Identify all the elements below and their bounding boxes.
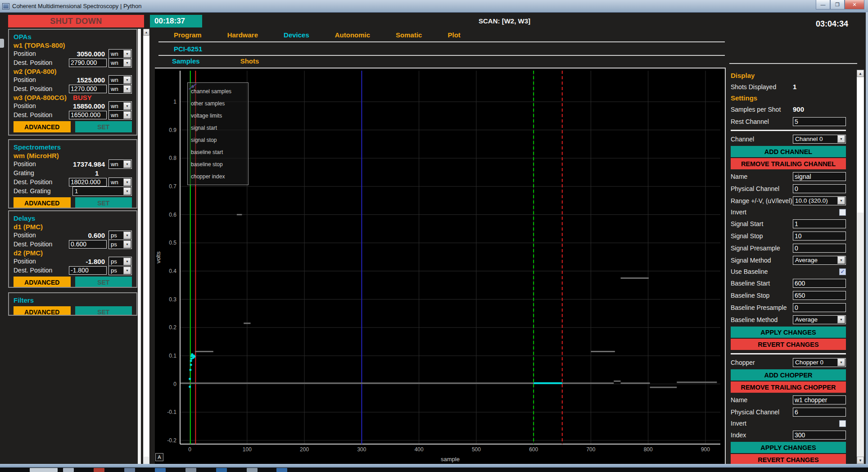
revert-changes-button[interactable]: REVERT CHANGES bbox=[731, 454, 846, 464]
scroll-up-icon[interactable]: ▲ bbox=[857, 70, 864, 77]
taskbar-item[interactable] bbox=[276, 468, 287, 472]
scrollbar-thumb[interactable] bbox=[144, 36, 149, 457]
subtab-shots[interactable]: Shots bbox=[240, 57, 259, 65]
signal-presample-input[interactable] bbox=[793, 244, 846, 253]
units-select[interactable]: wn▼ bbox=[108, 101, 132, 111]
units-select[interactable]: ps▼ bbox=[108, 231, 132, 240]
shutdown-button[interactable]: SHUT DOWN bbox=[8, 15, 144, 27]
samples-plot[interactable]: 0100200300400500600700800900-0.2-0.100.1… bbox=[155, 69, 725, 465]
units-select[interactable]: wn▼ bbox=[108, 110, 132, 120]
plot-legend[interactable]: channel samplesother samplesvoltage limi… bbox=[187, 82, 249, 185]
baseline-method-select[interactable]: Average▼ bbox=[793, 315, 846, 324]
close-button[interactable]: ✕ bbox=[845, 0, 864, 9]
taskbar-item[interactable] bbox=[94, 468, 104, 472]
physical-channel-input[interactable] bbox=[793, 408, 846, 417]
dest-position-input[interactable] bbox=[69, 111, 107, 119]
y-tick-label: 0.3 bbox=[169, 296, 176, 303]
signal-start-input[interactable] bbox=[793, 219, 846, 228]
scroll-up-icon[interactable]: ▲ bbox=[143, 29, 149, 36]
tab-pci-6251[interactable]: PCI-6251 bbox=[174, 45, 202, 53]
set-button[interactable]: SET bbox=[75, 306, 132, 316]
taskbar-item[interactable] bbox=[124, 468, 135, 472]
minimize-button[interactable]: — bbox=[816, 0, 830, 9]
invert-checkbox[interactable] bbox=[839, 209, 846, 216]
units-select[interactable]: wn▼ bbox=[108, 49, 132, 59]
channel-select[interactable]: Channel 0▼ bbox=[793, 135, 846, 144]
dest-position-input[interactable] bbox=[69, 178, 107, 186]
use baseline-checkbox[interactable]: ✓ bbox=[839, 268, 846, 275]
window-titlebar[interactable]: Coherent Multidimensional Spectroscopy |… bbox=[0, 0, 868, 13]
settings-header: Settings bbox=[731, 93, 846, 103]
chopper-select[interactable]: Chopper 0▼ bbox=[793, 358, 846, 367]
advanced-button[interactable]: ADVANCED bbox=[14, 306, 71, 316]
setting-label: Shots Displayed bbox=[731, 83, 793, 91]
set-button[interactable]: SET bbox=[75, 121, 132, 132]
baseline-stop-input[interactable] bbox=[793, 291, 846, 300]
signal-stop-input[interactable] bbox=[793, 231, 846, 241]
dest-position-input[interactable] bbox=[69, 59, 107, 67]
units-select[interactable]: ps▼ bbox=[108, 257, 132, 266]
apply-changes-button[interactable]: APPLY CHANGES bbox=[731, 327, 846, 338]
taskbar[interactable] bbox=[0, 467, 868, 472]
units-select[interactable]: wn▼ bbox=[108, 159, 132, 169]
subtab-samples[interactable]: Samples bbox=[172, 57, 200, 65]
nav-item-hardware[interactable]: Hardware bbox=[227, 31, 258, 41]
auto-range-button[interactable]: A bbox=[155, 453, 163, 461]
units-select-value: wn bbox=[109, 86, 123, 92]
name-input[interactable] bbox=[793, 172, 846, 181]
remove-trailing-channel-button[interactable]: REMOVE TRAILING CHANNEL bbox=[731, 158, 846, 169]
set-button[interactable]: SET bbox=[75, 197, 132, 209]
units-select-value: ps bbox=[109, 258, 123, 265]
nav-item-program[interactable]: Program bbox=[174, 31, 202, 41]
central-scrollbar[interactable]: ▲ bbox=[143, 29, 149, 464]
advanced-button[interactable]: ADVANCED bbox=[14, 121, 71, 132]
signal-method-select[interactable]: Average▼ bbox=[793, 256, 846, 265]
index-input[interactable] bbox=[793, 431, 846, 440]
units-select[interactable]: wn▼ bbox=[108, 58, 132, 68]
scrollbar-thumb[interactable] bbox=[857, 77, 863, 213]
select-value: Channel 0 bbox=[793, 136, 837, 142]
remove-trailing-chopper-button[interactable]: REMOVE TRAILING CHOPPER bbox=[731, 381, 846, 393]
restore-button[interactable]: ❐ bbox=[830, 0, 845, 9]
nav-item-devices[interactable]: Devices bbox=[284, 31, 309, 41]
advanced-button[interactable]: ADVANCED bbox=[14, 197, 71, 209]
taskbar-item[interactable] bbox=[30, 468, 58, 472]
units-select[interactable]: 1▼ bbox=[72, 186, 132, 196]
range-v-uv-level--select[interactable]: 10.0 (320.0)▼ bbox=[793, 196, 846, 205]
name-input[interactable] bbox=[793, 395, 846, 404]
taskbar-item[interactable] bbox=[185, 468, 196, 472]
revert-changes-button[interactable]: REVERT CHANGES bbox=[731, 339, 846, 350]
add-chopper-button[interactable]: ADD CHOPPER bbox=[731, 369, 846, 381]
taskbar-item[interactable] bbox=[63, 468, 74, 472]
dest-position-input[interactable] bbox=[69, 240, 107, 249]
physical-channel-input[interactable] bbox=[793, 184, 846, 193]
baseline-presample-input[interactable] bbox=[793, 303, 846, 312]
advanced-button[interactable]: ADVANCED bbox=[14, 277, 71, 288]
dest-position-input[interactable] bbox=[69, 85, 107, 93]
rest-channel-input[interactable] bbox=[793, 117, 846, 126]
units-select[interactable]: ps▼ bbox=[108, 266, 132, 275]
units-select[interactable]: wn▼ bbox=[108, 75, 132, 85]
apply-changes-button[interactable]: APPLY CHANGES bbox=[731, 442, 846, 453]
nav-item-somatic[interactable]: Somatic bbox=[396, 31, 422, 41]
units-select[interactable]: wn▼ bbox=[108, 84, 132, 94]
units-select[interactable]: wn▼ bbox=[108, 177, 132, 187]
taskbar-item[interactable] bbox=[247, 468, 258, 472]
section-title: OPAs bbox=[14, 33, 132, 41]
nav-item-plot[interactable]: Plot bbox=[448, 31, 460, 41]
taskbar-item[interactable] bbox=[216, 468, 227, 472]
units-select[interactable]: ps▼ bbox=[108, 240, 132, 249]
scroll-down-icon[interactable]: ▼ bbox=[857, 457, 864, 464]
left-panel-scrollbar[interactable] bbox=[138, 29, 141, 464]
dest-position-row: Dest. Positionps▼ bbox=[14, 266, 132, 275]
dest-position-input[interactable] bbox=[69, 266, 107, 275]
channel-samples-point bbox=[193, 355, 195, 358]
add-channel-button[interactable]: ADD CHANNEL bbox=[731, 146, 846, 157]
baseline-start-input[interactable] bbox=[793, 279, 846, 288]
right-panel-scrollbar[interactable]: ▲ ▼ bbox=[857, 70, 864, 464]
legend-label: signal stop bbox=[191, 137, 217, 143]
taskbar-item[interactable] bbox=[155, 468, 166, 472]
nav-item-autonomic[interactable]: Autonomic bbox=[335, 31, 370, 41]
invert-checkbox[interactable] bbox=[839, 420, 846, 427]
set-button[interactable]: SET bbox=[75, 277, 132, 288]
